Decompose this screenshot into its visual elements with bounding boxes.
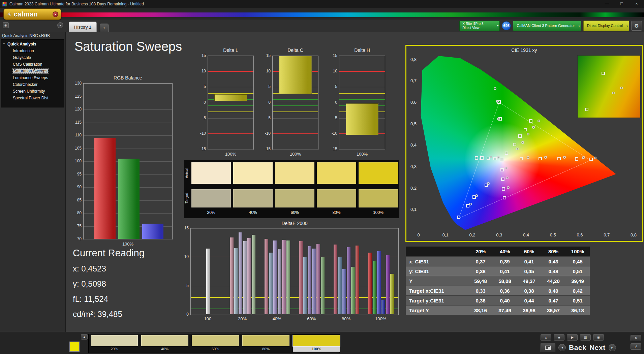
table-row-label: Target Y — [406, 305, 468, 315]
pattern-generator-button[interactable]: CalMAN Client 3 Pattern Generator ▾ — [513, 21, 581, 31]
axis-tick-label: -15 — [192, 147, 206, 151]
workflow-title: Quick Analysis NBC sRGB — [0, 32, 65, 39]
swap-button[interactable]: ⇄ — [631, 343, 641, 350]
swatch-column-80%: 80% — [317, 160, 356, 218]
next-button[interactable]: Next — [589, 344, 606, 352]
table-cell: 0,41 — [517, 257, 541, 266]
delta-h-xlabel: 100% — [339, 152, 385, 157]
reference-line — [339, 71, 385, 72]
axis-tick-label: 15 — [257, 53, 271, 58]
sidebar-item-colorchecker[interactable]: ColorChecker — [1, 81, 64, 88]
play-button[interactable]: ▶ — [567, 334, 578, 341]
table-cell: 0,51 — [565, 296, 590, 305]
table-cell: 36,57 — [541, 305, 565, 315]
sidebar-collapse-button[interactable]: ◂ — [57, 22, 63, 28]
deltae-bar — [286, 240, 290, 314]
table-cell: 0,40 — [493, 296, 517, 305]
settings-gear-button[interactable]: ⚙ — [631, 21, 642, 31]
actual-swatch-60% — [275, 162, 314, 184]
axis-tick-label: 15 — [175, 226, 189, 230]
chevron-down-icon[interactable]: ▾ — [626, 21, 628, 31]
sidebar-item-cms-calibration[interactable]: CMS Calibration — [1, 61, 64, 68]
table-header-cell: 40% — [493, 247, 517, 256]
current-pattern-swatch — [69, 342, 80, 352]
table-row: Target x:CIE310,330,360,380,400,42 — [406, 286, 590, 295]
deltae-bar — [252, 235, 255, 314]
deltae-bar — [351, 267, 355, 314]
axis-tick-label: 0 — [324, 100, 337, 105]
deltae-bar — [282, 240, 286, 314]
meter-count-badge[interactable]: 695 — [502, 21, 511, 30]
axis-tick-label: -5 — [324, 116, 337, 120]
axis-tick-label: 125 — [68, 94, 82, 99]
sidebar-item-saturation-sweeps[interactable]: Saturation Sweeps — [1, 68, 64, 74]
chevron-down-icon[interactable]: ▾ — [579, 21, 580, 31]
tab-history-1[interactable]: History 1 — [69, 22, 97, 32]
next-arrow-button[interactable]: ▸ — [609, 344, 616, 351]
target-marker — [518, 134, 522, 138]
maximize-button[interactable]: □ — [614, 0, 629, 8]
gridline — [273, 149, 318, 150]
sidebar-item-screen-uniformity[interactable]: Screen Uniformity — [1, 88, 64, 95]
minimize-button[interactable]: — — [600, 0, 614, 8]
deltae-title: DeltaE 2000 — [190, 221, 399, 226]
target-marker — [585, 108, 588, 111]
table-row-label: y: CIE31 — [406, 266, 468, 276]
sidebar-item-luminance-sweeps[interactable]: Luminance Sweeps — [1, 74, 64, 81]
delta-h-title: Delta H — [339, 47, 385, 53]
pattern-window-button[interactable] — [541, 343, 555, 352]
measured-marker — [507, 186, 510, 189]
table-cell: 38,16 — [468, 305, 493, 315]
actual-row-label: Actual — [185, 162, 190, 184]
device-toolbar: X-Rite i1Pro 3 Direct View ▾ 695 CalMAN … — [459, 21, 642, 31]
target-marker — [480, 156, 484, 160]
delta-l-chart: -15-10-5051015 — [208, 56, 254, 150]
axis-tick-label: -5 — [257, 116, 271, 120]
gridline — [84, 84, 172, 84]
save-button[interactable]: ▦ — [580, 334, 591, 341]
measurement-table: 20%40%60%80%100%x: CIE310,370,390,410,43… — [406, 246, 590, 315]
deltae-bar — [299, 241, 303, 314]
add-tab-button[interactable]: + — [100, 24, 109, 32]
pattern-patch-100%[interactable]: 100% — [293, 335, 340, 352]
chevron-down-icon[interactable]: ▾ — [497, 24, 498, 28]
camera-button[interactable]: ◉ — [593, 334, 604, 341]
refresh-button[interactable]: ↻ — [631, 335, 641, 341]
sidebar-item-introduction[interactable]: Introduction — [1, 47, 64, 54]
meter-button[interactable]: X-Rite i1Pro 3 Direct View ▾ — [459, 21, 500, 31]
display-control-button[interactable]: Direct Display Control ▾ — [583, 21, 629, 31]
title-bar: Calman 2023 Calman Ultimate for Business… — [0, 0, 644, 8]
pattern-patch-color — [91, 335, 138, 346]
gridline — [208, 103, 253, 103]
sidebar-item-spectral-power-dist-[interactable]: Spectral Power Dist. — [1, 95, 64, 101]
back-button[interactable]: Back — [569, 344, 586, 352]
eject-button[interactable]: ▴ — [541, 334, 551, 341]
expander-icon[interactable]: − — [3, 42, 5, 45]
rgb-bar-red — [94, 138, 116, 239]
calman-menu-button[interactable]: ✳ calman ▾ — [3, 8, 61, 20]
pattern-patch-40%[interactable]: 40% — [141, 335, 188, 352]
axis-tick-label: 10 — [192, 69, 206, 73]
back-arrow-button[interactable]: ◂ — [558, 344, 566, 351]
reading-y: y: 0,5098 — [73, 279, 145, 289]
transport-row-2: ◂ Back Next ▸ — [541, 342, 616, 353]
sidebar-options-button[interactable]: ◉ — [3, 22, 9, 28]
pattern-patch-20%[interactable]: 20% — [91, 335, 138, 352]
sidebar-item-root[interactable]: − Quick Analysis — [1, 41, 64, 47]
pattern-patch-80%[interactable]: 80% — [242, 335, 289, 352]
swatch-column-label: 40% — [233, 210, 273, 215]
close-button[interactable]: × — [629, 0, 644, 8]
table-cell: 0,40 — [541, 286, 565, 295]
extra-controls: ↻ ⇄ — [631, 335, 641, 350]
eject-left-button[interactable]: ▴ — [81, 334, 88, 340]
sidebar-item-grayscale[interactable]: Grayscale — [1, 54, 64, 61]
stop-button[interactable]: ■ — [554, 334, 564, 341]
logo-dropdown-icon[interactable]: ▾ — [53, 11, 58, 17]
table-cell: 0,39 — [493, 257, 517, 266]
target-marker — [505, 152, 508, 155]
pattern-patch-60%[interactable]: 60% — [192, 335, 239, 352]
swatch-column-20%: 20% — [191, 160, 231, 218]
axis-tick-label: 10 — [324, 69, 337, 73]
table-row-label: Target x:CIE31 — [406, 286, 468, 295]
deltae-bar — [308, 246, 311, 314]
